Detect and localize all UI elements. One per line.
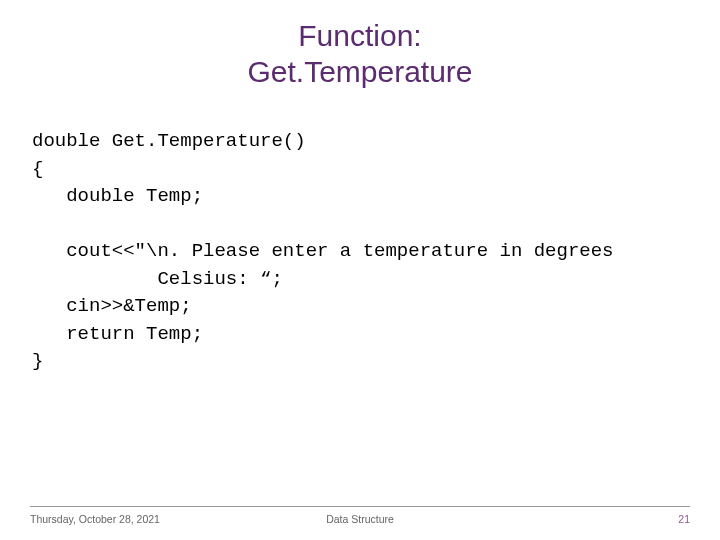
footer-date: Thursday, October 28, 2021 bbox=[30, 513, 250, 525]
slide-container: Function: Get.Temperature double Get.Tem… bbox=[0, 0, 720, 540]
footer: Thursday, October 28, 2021 Data Structur… bbox=[0, 506, 720, 525]
footer-divider bbox=[30, 506, 690, 507]
slide-title: Function: Get.Temperature bbox=[30, 18, 690, 90]
footer-page-number: 21 bbox=[470, 513, 690, 525]
footer-center: Data Structure bbox=[250, 513, 470, 525]
code-block: double Get.Temperature() { double Temp; … bbox=[30, 128, 690, 376]
title-line-1: Function: bbox=[298, 19, 421, 52]
title-line-2: Get.Temperature bbox=[247, 55, 472, 88]
footer-row: Thursday, October 28, 2021 Data Structur… bbox=[30, 513, 690, 525]
